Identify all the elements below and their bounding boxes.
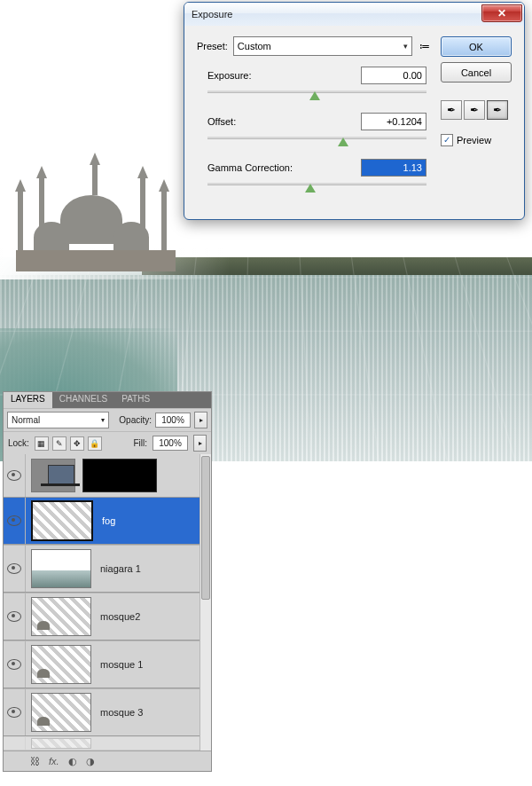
opacity-flyout-icon[interactable]: ▸	[194, 412, 207, 428]
visibility-icon[interactable]	[7, 707, 21, 718]
cancel-button[interactable]: Cancel	[441, 62, 512, 83]
layer-name[interactable]: mosque2	[97, 611, 200, 622]
preview-label: Preview	[457, 135, 491, 145]
param-label: Gamma Correction:	[207, 162, 293, 173]
layer-row[interactable]: niagara 1	[4, 545, 211, 593]
lock-transparency-icon[interactable]: ▦	[35, 436, 49, 451]
layer-fx-icon[interactable]: fx.	[49, 756, 59, 766]
lock-label: Lock:	[8, 438, 29, 448]
panel-tabs: LAYERSCHANNELSPATHS	[4, 392, 211, 408]
param-slider[interactable]	[207, 180, 426, 194]
layer-thumb	[31, 500, 93, 541]
param-label: Offset:	[207, 116, 236, 127]
layer-name[interactable]: mosque 1	[97, 659, 200, 670]
lock-pixels-icon[interactable]: ✎	[52, 436, 66, 451]
layer-name[interactable]: fog	[98, 515, 200, 526]
fill-flyout-icon[interactable]: ▸	[193, 435, 207, 452]
tab-channels[interactable]: CHANNELS	[52, 392, 114, 408]
preset-label: Preset:	[197, 41, 228, 51]
visibility-icon[interactable]	[7, 611, 21, 622]
eyedropper-white-icon[interactable]: ✒	[487, 100, 508, 120]
ok-button[interactable]: OK	[441, 36, 512, 57]
layer-row[interactable]: mosque 1	[4, 641, 211, 688]
adjustment-thumb-icon	[31, 459, 75, 492]
layer-row[interactable]	[4, 454, 211, 498]
tab-layers[interactable]: LAYERS	[4, 392, 52, 408]
fill-label: Fill:	[126, 438, 147, 448]
blend-mode-value: Normal	[12, 415, 40, 425]
layer-thumb	[31, 738, 91, 749]
link-layers-icon[interactable]: ⛓	[30, 756, 40, 766]
visibility-icon[interactable]	[7, 563, 21, 574]
layer-thumb	[31, 549, 91, 588]
preset-options-icon[interactable]: ≔	[418, 39, 432, 53]
layer-name[interactable]: mosque 3	[97, 707, 200, 718]
slider-thumb-icon[interactable]	[338, 138, 348, 146]
lock-all-icon[interactable]: 🔒	[88, 436, 102, 451]
preset-select[interactable]: Custom ▾	[233, 36, 412, 56]
fill-input[interactable]: 100%	[153, 436, 188, 451]
visibility-icon[interactable]	[7, 659, 21, 670]
scrollbar[interactable]	[200, 454, 211, 751]
adjustment-layer-icon[interactable]: ◑	[86, 756, 95, 767]
param-slider[interactable]	[207, 88, 426, 102]
visibility-icon[interactable]	[7, 515, 21, 526]
layer-row[interactable]: mosque2	[4, 593, 211, 641]
layer-row[interactable]: mosque 3	[4, 688, 211, 736]
opacity-input[interactable]: 100%	[155, 413, 191, 428]
eyedropper-gray-icon[interactable]: ✒	[464, 100, 485, 120]
param-input[interactable]: 1.13	[361, 159, 426, 177]
param-label: Exposure:	[207, 70, 252, 81]
layers-footer: ⛓ fx. ◐ ◑	[4, 751, 211, 771]
slider-thumb-icon[interactable]	[305, 184, 316, 193]
chevron-down-icon: ▾	[101, 416, 105, 424]
layer-thumb	[31, 693, 91, 732]
visibility-icon[interactable]	[7, 470, 21, 481]
layers-panel: LAYERSCHANNELSPATHS Normal ▾ Opacity: 10…	[3, 391, 212, 772]
checkbox-icon: ✓	[441, 134, 453, 146]
layer-row[interactable]: fog	[4, 498, 211, 545]
param-input[interactable]: +0.1204	[361, 113, 426, 130]
lock-position-icon[interactable]: ✥	[70, 436, 84, 451]
param-input[interactable]: 0.00	[361, 67, 426, 84]
close-icon[interactable]: ✕	[481, 4, 522, 22]
layer-row[interactable]	[4, 736, 211, 751]
param-slider[interactable]	[207, 134, 426, 148]
blend-mode-select[interactable]: Normal ▾	[7, 412, 109, 428]
eyedropper-black-icon[interactable]: ✒	[441, 100, 462, 120]
preset-value: Custom	[238, 41, 271, 51]
chevron-down-icon: ▾	[403, 42, 408, 51]
layer-mask-icon[interactable]: ◐	[68, 756, 77, 767]
slider-thumb-icon[interactable]	[309, 91, 320, 100]
layer-mask-thumb	[82, 459, 157, 492]
tab-paths[interactable]: PATHS	[114, 392, 157, 408]
dialog-title: Exposure	[192, 9, 232, 20]
layer-thumb	[31, 597, 91, 636]
layer-name[interactable]: niagara 1	[97, 563, 200, 574]
preview-checkbox[interactable]: ✓ Preview	[441, 134, 512, 146]
exposure-dialog: Exposure ✕ Preset: Custom ▾ ≔ Exposure:0…	[184, 2, 525, 220]
opacity-label: Opacity:	[113, 415, 152, 425]
dialog-titlebar[interactable]: Exposure ✕	[184, 3, 524, 26]
layer-thumb	[31, 645, 91, 684]
layers-list: fogniagara 1mosque2mosque 1mosque 3	[4, 454, 211, 751]
